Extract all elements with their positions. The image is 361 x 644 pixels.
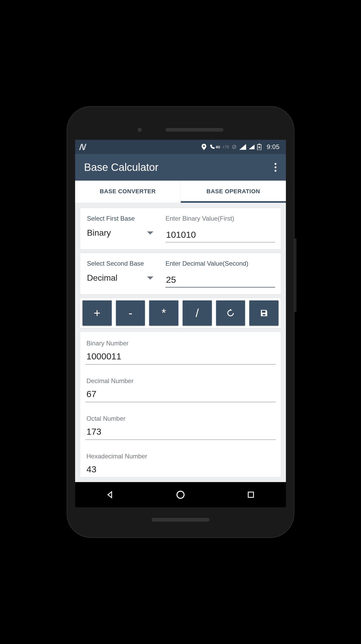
second-base-select-value: Decimal [87, 273, 118, 283]
refresh-icon [226, 309, 235, 317]
status-carrier: N [79, 142, 86, 152]
android-nav-bar [75, 482, 286, 507]
second-base-card: Select Second Base Decimal Enter Decimal… [80, 253, 281, 295]
chevron-down-icon [147, 231, 153, 235]
status-bar: N 4G LTE [75, 140, 286, 154]
tab-base-operation[interactable]: BASE OPERATION [181, 181, 286, 203]
content: Select First Base Binary Enter Binary Va… [75, 203, 286, 482]
phone-top [75, 115, 286, 140]
second-value-input[interactable] [165, 273, 275, 288]
svg-rect-7 [248, 492, 253, 497]
hex-result-label: Hexadecimal Number [85, 453, 276, 460]
app-bar: Base Calculator [75, 154, 286, 181]
first-value-input[interactable] [165, 228, 275, 242]
divide-button[interactable]: / [183, 300, 212, 326]
first-value-label: Enter Binary Value(First) [165, 215, 275, 222]
phone-frame: N 4G LTE [67, 107, 294, 537]
status-right: 4G LTE 9:05 [201, 143, 280, 151]
location-icon [201, 144, 207, 150]
recents-button[interactable] [235, 487, 267, 503]
lte-label: LTE [223, 145, 230, 149]
add-button[interactable]: + [82, 300, 112, 326]
svg-line-2 [233, 146, 236, 148]
binary-result: Binary Number 1000011 [85, 340, 276, 365]
home-button[interactable] [165, 487, 196, 503]
screen: N 4G LTE [75, 140, 286, 507]
results-card: Binary Number 1000011 Decimal Number 67 … [80, 331, 281, 477]
svg-point-0 [203, 145, 205, 147]
first-base-select-value: Binary [87, 228, 111, 238]
decimal-result: Decimal Number 67 [85, 377, 276, 402]
hex-result: Hexadecimal Number 43 [85, 453, 276, 474]
battery-icon [257, 144, 261, 150]
svg-point-6 [177, 491, 184, 498]
wifi-call-icon: 4G [209, 144, 220, 150]
second-base-select-label: Select Second Base [87, 260, 158, 267]
octal-result-value[interactable]: 173 [85, 427, 276, 440]
multiply-button[interactable]: * [149, 300, 178, 326]
second-value-label: Enter Decimal Value(Second) [165, 260, 275, 267]
camera-dot [138, 128, 142, 132]
operations-row: + - * / [80, 298, 281, 328]
binary-result-value[interactable]: 1000011 [85, 351, 276, 365]
svg-rect-5 [264, 311, 265, 313]
hex-result-value[interactable]: 43 [85, 464, 276, 474]
octal-result-label: Octal Number [85, 415, 276, 422]
signal-2-icon [249, 145, 255, 149]
first-base-select-label: Select First Base [87, 215, 158, 222]
back-button[interactable] [94, 487, 126, 503]
chevron-down-icon [147, 276, 153, 280]
decimal-result-value[interactable]: 67 [85, 389, 276, 402]
octal-result: Octal Number 173 [85, 415, 276, 440]
status-time: 9:05 [267, 143, 280, 151]
binary-result-label: Binary Number [85, 340, 276, 347]
more-menu-icon[interactable] [275, 163, 278, 172]
tab-bar: BASE CONVERTER BASE OPERATION [75, 181, 286, 203]
first-base-dropdown[interactable]: Binary [87, 228, 158, 238]
app-title: Base Calculator [84, 161, 158, 173]
signal-1-icon [239, 144, 246, 150]
second-base-dropdown[interactable]: Decimal [87, 273, 158, 283]
save-button[interactable] [249, 300, 279, 326]
save-icon [260, 309, 268, 317]
decimal-result-label: Decimal Number [85, 377, 276, 385]
reset-button[interactable] [216, 300, 245, 326]
tab-base-converter[interactable]: BASE CONVERTER [75, 181, 181, 203]
earpiece [165, 128, 223, 132]
no-data-icon [232, 145, 237, 149]
subtract-button[interactable]: - [116, 300, 145, 326]
phone-bottom [75, 507, 286, 527]
first-base-card: Select First Base Binary Enter Binary Va… [80, 208, 281, 250]
